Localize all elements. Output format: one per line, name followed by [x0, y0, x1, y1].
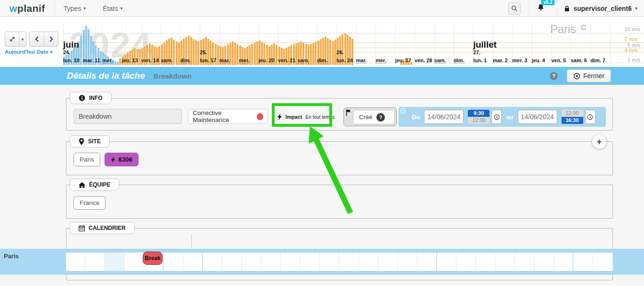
- calendar-cell[interactable]: [183, 253, 203, 271]
- calendar-cell[interactable]: [66, 253, 85, 271]
- status-help-badge[interactable]: ?: [376, 113, 385, 122]
- task-name-input[interactable]: [73, 109, 182, 124]
- next-button[interactable]: [44, 32, 58, 46]
- calendar-cell[interactable]: [593, 253, 612, 271]
- calendar-cell[interactable]: [281, 253, 300, 271]
- day-label: jeu. 20: [259, 57, 275, 63]
- clock-icon: [400, 108, 406, 114]
- calendar-cell[interactable]: [300, 253, 319, 271]
- tab-info[interactable]: INFO: [70, 92, 112, 104]
- wind-bar: [176, 41, 178, 65]
- chevron-down-icon: ▾: [120, 6, 122, 11]
- top-navbar: wplanif Types▾ États▾ v5.2 supervisor_cl…: [0, 0, 644, 17]
- notifications-button[interactable]: v5.2: [537, 3, 545, 13]
- today-link[interactable]: Aujourd'hui: [5, 49, 35, 55]
- day-label: lun. 10: [63, 57, 80, 63]
- to-time-selector[interactable]: 12:3016:30: [562, 110, 583, 124]
- tab-calendrier[interactable]: CALENDRIER: [70, 222, 135, 234]
- week-label: 26.: [336, 49, 343, 55]
- to-date-input[interactable]: [518, 110, 557, 124]
- wind-scale-label: 10 m/s: [625, 26, 640, 32]
- wplanif-app: wplanif Types▾ États▾ v5.2 supervisor_cl…: [0, 0, 644, 286]
- help-icon[interactable]: ?: [550, 72, 558, 80]
- impact-button[interactable]: Impact En tout temps: [277, 110, 334, 124]
- calendar-cell[interactable]: [437, 253, 456, 271]
- calendar-cell[interactable]: [124, 253, 144, 271]
- menu-types[interactable]: Types▾: [55, 5, 94, 12]
- zoom-options-caret[interactable]: ▾: [19, 32, 26, 46]
- wind-bar: [334, 40, 336, 65]
- clock-icon: [494, 114, 500, 120]
- menu-etats[interactable]: États▾: [94, 5, 131, 12]
- to-time-button[interactable]: [585, 110, 595, 124]
- search-button[interactable]: [508, 2, 521, 15]
- day-label: mer.: [375, 57, 386, 64]
- tab-equipe[interactable]: ÉQUIPE: [70, 179, 119, 191]
- plus-icon: +: [596, 137, 602, 147]
- calendar-event-breakdown[interactable]: Break: [143, 252, 163, 265]
- day-label: dim. 7: [590, 57, 605, 63]
- calendar-cell[interactable]: [261, 253, 280, 271]
- calendar-cell[interactable]: [535, 253, 554, 271]
- task-type-selector[interactable]: Corrective Maintenance: [188, 109, 268, 124]
- to-time-option[interactable]: 16:30: [562, 117, 583, 124]
- calendar-cell[interactable]: [359, 253, 378, 271]
- month-label: juillet: [473, 40, 497, 50]
- calendar-cell[interactable]: [417, 253, 437, 271]
- from-date-input[interactable]: [424, 110, 464, 124]
- calendar-cell[interactable]: [203, 253, 222, 271]
- asset-chip[interactable]: 8306: [105, 153, 139, 166]
- from-time-selector[interactable]: 9:3012:30: [468, 110, 489, 124]
- tab-site[interactable]: SITE: [70, 135, 110, 147]
- day-label: mer.: [102, 57, 113, 64]
- calendar-cell[interactable]: [515, 253, 534, 271]
- wind-bar: [80, 36, 82, 65]
- app-logo[interactable]: wplanif: [0, 3, 55, 14]
- day-label: jeu. 4: [532, 57, 545, 63]
- refresh-icon[interactable]: [580, 24, 587, 31]
- calendar-cell[interactable]: [85, 253, 105, 271]
- wind-bar: [178, 42, 180, 65]
- wind-bar: [173, 40, 175, 65]
- team-chip[interactable]: France: [73, 196, 106, 210]
- wind-bar: [310, 44, 312, 65]
- calendar-cell[interactable]: [573, 253, 593, 271]
- day-label: mar.: [220, 57, 230, 64]
- calendar-cell[interactable]: [222, 253, 242, 271]
- close-button[interactable]: Fermer: [567, 69, 611, 82]
- calendar-cell[interactable]: [398, 253, 417, 271]
- calendar-cell[interactable]: [496, 253, 515, 271]
- add-site-button[interactable]: +: [592, 135, 606, 149]
- day-label: jeu. 13: [122, 57, 138, 63]
- zoom-range-button[interactable]: [5, 32, 19, 46]
- calendar-cell[interactable]: [242, 253, 261, 271]
- to-time-option[interactable]: 12:30: [562, 110, 583, 117]
- calendar-cell[interactable]: [476, 253, 495, 271]
- status-button[interactable]: Créé ?: [353, 110, 395, 124]
- prev-button[interactable]: [30, 32, 44, 46]
- wind-bar: [193, 39, 195, 65]
- calendar-cell[interactable]: [163, 253, 183, 271]
- site-chip[interactable]: Paris: [73, 153, 100, 166]
- day-label: sam.: [297, 57, 309, 64]
- from-time-option[interactable]: 9:30: [468, 110, 489, 117]
- calendar-cell[interactable]: [554, 253, 573, 271]
- day-label: mar. 2: [493, 57, 508, 63]
- expand-diagonal-icon: [9, 36, 16, 42]
- home-icon: [79, 182, 85, 188]
- close-circle-icon: [573, 73, 580, 80]
- wind-bar: [276, 45, 277, 65]
- from-time-button[interactable]: [491, 110, 502, 124]
- wind-bar: [329, 40, 331, 65]
- from-time-option[interactable]: 12:30: [468, 117, 489, 124]
- task-detail-banner: Détails de la tâche Breakdown ? Fermer: [0, 67, 644, 85]
- calendar-cell[interactable]: [457, 253, 476, 271]
- calendar-cell[interactable]: [320, 253, 339, 271]
- date-link[interactable]: Date ▾: [37, 49, 52, 55]
- calendar-cell[interactable]: [378, 253, 398, 271]
- calendar-cell[interactable]: [105, 253, 124, 271]
- month-label: juin: [63, 40, 79, 50]
- user-menu[interactable]: supervisor_client6 ▾: [564, 5, 644, 12]
- calendar-row-label: Paris: [4, 253, 19, 260]
- calendar-cell[interactable]: [339, 253, 359, 271]
